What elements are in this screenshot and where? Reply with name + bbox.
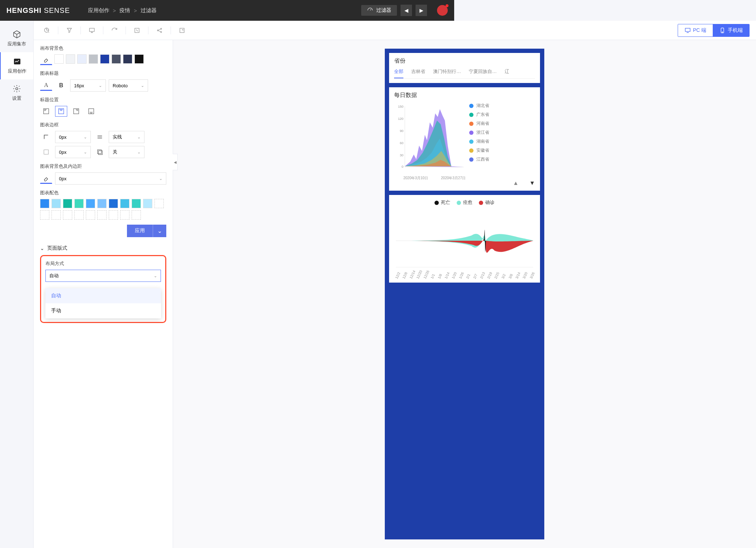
- chart-title-label: 图表标题: [40, 70, 166, 77]
- font-size-select[interactable]: 16px⌄: [70, 79, 106, 92]
- palette-swatch[interactable]: [109, 199, 118, 208]
- palette-empty-slot[interactable]: [40, 210, 49, 220]
- province-tab[interactable]: 吉林省: [411, 68, 425, 78]
- style-panel: 画布背景色 图表标题 A B 16px⌄ Roboto⌄ 标题位置 图表边框: [34, 40, 173, 329]
- chart-bg-color-button[interactable]: [40, 173, 52, 184]
- rail-item-create[interactable]: 应用创作: [0, 52, 33, 79]
- refresh-icon: [111, 27, 118, 34]
- bg-swatch[interactable]: [123, 54, 132, 64]
- province-tab[interactable]: 澳门特别行…: [433, 68, 454, 78]
- province-tabs: 全部吉林省澳门特别行…宁夏回族自…辽: [394, 68, 454, 79]
- province-tab[interactable]: 全部: [394, 68, 403, 78]
- x-tick: 12/26: [423, 273, 428, 279]
- align-top-center-button[interactable]: [55, 106, 67, 117]
- nav-prev-button[interactable]: ◀: [401, 5, 412, 16]
- no-fill-swatch[interactable]: [40, 54, 52, 65]
- svg-point-5: [157, 30, 158, 31]
- corner-radius-button[interactable]: [40, 147, 52, 157]
- layout-mode-select[interactable]: 自动⌄: [45, 270, 161, 282]
- card-title: 每日数据: [394, 92, 454, 99]
- rail-item-settings[interactable]: 设置: [0, 79, 33, 107]
- canvas-bg-label: 画布背景色: [40, 45, 166, 52]
- share-icon: [156, 27, 163, 34]
- layout-mode-dropdown: 自动 手动: [45, 288, 161, 318]
- mobile-preview: 省份 全部吉林省澳门特别行…宁夏回族自…辽 每日数据 15012090: [385, 49, 454, 329]
- svg-text:90: 90: [400, 129, 403, 133]
- palette-empty-slot[interactable]: [109, 210, 118, 220]
- layout-option-manual[interactable]: 手动: [45, 303, 161, 318]
- x-tick: 12/8: [402, 273, 407, 279]
- status-stream-card: 死亡痊愈确诊 12/212/812/1412/2012/261/11/81/14…: [389, 195, 454, 283]
- palette-empty-slot[interactable]: [74, 210, 84, 220]
- apply-button[interactable]: 应用: [127, 225, 153, 237]
- layout-option-auto[interactable]: 自动: [45, 288, 161, 303]
- border-style-select[interactable]: 实线⌄: [109, 131, 144, 143]
- apply-dropdown-button[interactable]: ⌄: [153, 225, 166, 237]
- border-color-button[interactable]: [40, 132, 52, 142]
- palette-swatch[interactable]: [74, 199, 84, 208]
- breadcrumb-item[interactable]: 应用创作: [88, 7, 109, 14]
- nav-next-button[interactable]: ▶: [416, 5, 427, 16]
- palette-swatch[interactable]: [132, 199, 141, 208]
- add-chart-button[interactable]: [40, 24, 54, 37]
- palette-empty-slot[interactable]: [97, 210, 107, 220]
- chevron-down-icon: ⌄: [99, 83, 102, 88]
- shadow-button[interactable]: [94, 147, 106, 157]
- svg-rect-3: [89, 28, 94, 31]
- palette-swatch[interactable]: [63, 199, 72, 208]
- refresh-button[interactable]: [108, 24, 121, 37]
- x-tick: 1/14: [444, 273, 450, 279]
- align-top-left-button[interactable]: [40, 106, 52, 117]
- export-icon: [179, 27, 185, 34]
- palette-empty-slot[interactable]: [154, 199, 164, 208]
- palette-empty-slot[interactable]: [132, 210, 141, 220]
- palette-swatch[interactable]: [97, 199, 107, 208]
- left-rail: 应用集市 应用创作 设置: [0, 21, 34, 329]
- breadcrumb-item[interactable]: 疫情: [119, 7, 130, 14]
- palette-empty-slot[interactable]: [86, 210, 95, 220]
- fullscreen-button[interactable]: [130, 24, 144, 37]
- rail-item-market[interactable]: 应用集市: [0, 25, 33, 52]
- font-family-select[interactable]: Roboto⌄: [109, 79, 148, 92]
- toolbar: PC 端 手机端: [34, 21, 454, 40]
- bg-swatch[interactable]: [134, 54, 144, 64]
- inner-padding-select[interactable]: 0px⌄: [55, 172, 166, 185]
- border-width-select[interactable]: 0px⌄: [55, 131, 91, 143]
- breadcrumb: 应用创作 > 疫情 > 过滤器: [88, 7, 157, 14]
- palette-swatch[interactable]: [120, 199, 129, 208]
- filter-indicator[interactable]: 过滤器: [361, 5, 397, 16]
- x-tick: 12/2: [394, 273, 400, 279]
- filter-button[interactable]: [63, 24, 76, 37]
- chart-bg-padding-label: 图表背景色及内边距: [40, 163, 166, 170]
- palette-swatch[interactable]: [51, 199, 61, 208]
- corner-radius-select[interactable]: 0px⌄: [55, 146, 91, 158]
- present-button[interactable]: [85, 24, 99, 37]
- share-button[interactable]: [153, 24, 166, 37]
- legend-item[interactable]: 死亡: [435, 199, 450, 206]
- avatar[interactable]: [437, 5, 448, 16]
- bg-swatch[interactable]: [77, 54, 87, 64]
- shadow-select[interactable]: 关⌄: [109, 146, 144, 158]
- palette-empty-slot[interactable]: [51, 210, 61, 220]
- palette-swatch[interactable]: [86, 199, 95, 208]
- align-bottom-button[interactable]: [85, 106, 97, 117]
- font-color-button[interactable]: A: [40, 80, 52, 91]
- align-top-right-button[interactable]: [70, 106, 82, 117]
- breadcrumb-item[interactable]: 过滤器: [141, 7, 157, 14]
- bg-swatch[interactable]: [112, 54, 121, 64]
- panel-collapse-toggle[interactable]: ◀: [173, 154, 178, 170]
- bg-swatch[interactable]: [89, 54, 98, 64]
- bg-swatch[interactable]: [100, 54, 109, 64]
- shadow-icon: [97, 149, 103, 155]
- page-layout-section-toggle[interactable]: ⌄ 页面版式: [40, 245, 166, 251]
- palette-empty-slot[interactable]: [120, 210, 129, 220]
- palette-swatch[interactable]: [143, 199, 152, 208]
- bg-swatch[interactable]: [66, 54, 75, 64]
- bold-button[interactable]: B: [55, 80, 67, 91]
- palette-empty-slot[interactable]: [63, 210, 72, 220]
- export-button[interactable]: [175, 24, 189, 37]
- palette-swatch[interactable]: [40, 199, 49, 208]
- svg-text:30: 30: [400, 153, 403, 157]
- bg-swatch[interactable]: [54, 54, 64, 64]
- svg-rect-17: [98, 150, 102, 154]
